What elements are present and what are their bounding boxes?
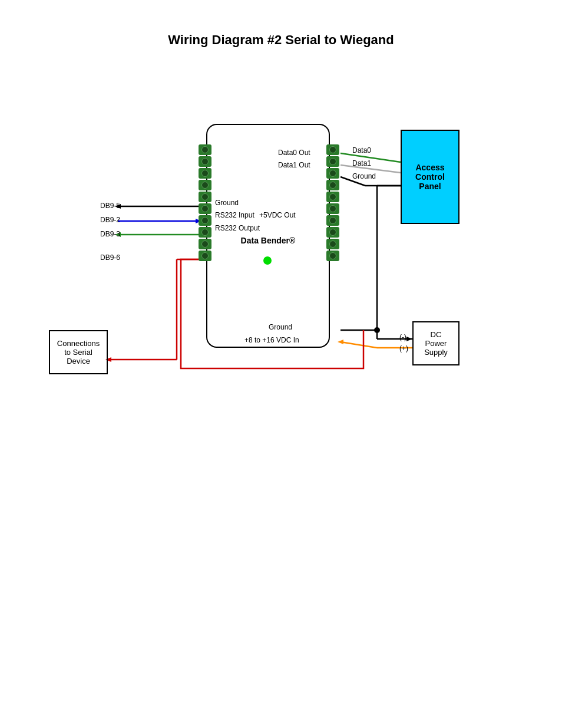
svg-point-26 <box>374 327 380 333</box>
terminal-right-10 <box>326 251 339 261</box>
svg-marker-13 <box>338 340 343 344</box>
vdc-in-label: +8 to +16 VDC In <box>244 336 299 344</box>
svg-marker-10 <box>406 337 412 341</box>
rs232-output-label: RS232 Output <box>215 224 260 232</box>
ground-acp-label: Ground <box>352 172 376 180</box>
ground-left-label: Ground <box>215 199 239 207</box>
plus-label: (+) <box>399 344 408 353</box>
access-panel-label: Access Control Panel <box>415 163 445 191</box>
db9-2-label: DB9-2 <box>100 216 120 224</box>
terminal-right-2 <box>326 156 339 167</box>
terminal-left-5 <box>199 192 211 202</box>
data1-out-label: Data1 Out <box>278 161 310 169</box>
terminal-right-6 <box>326 203 339 214</box>
device-label: Data Bender® <box>206 236 330 245</box>
db9-6-label: DB9-6 <box>100 253 120 262</box>
db9-5-label: DB9-5 <box>100 202 120 210</box>
terminal-left-2 <box>199 156 211 167</box>
terminal-right-3 <box>326 168 339 179</box>
data0-out-label: Data0 Out <box>278 149 310 157</box>
data0-label: Data0 <box>352 146 371 154</box>
terminal-right-7 <box>326 215 339 226</box>
data1-label: Data1 <box>352 159 371 167</box>
terminal-left-3 <box>199 168 211 179</box>
serial-device-label: Connections to Serial Device <box>57 339 100 365</box>
green-led <box>263 256 272 265</box>
serial-device-box: Connections to Serial Device <box>49 330 108 374</box>
minus-label: (-) <box>399 333 406 341</box>
terminal-right-5 <box>326 192 339 202</box>
page-title: Wiring Diagram #2 Serial to Wiegand <box>0 0 562 48</box>
svg-line-12 <box>340 342 377 348</box>
terminal-left-10 <box>199 251 211 261</box>
db9-3-label: DB9-3 <box>100 230 120 238</box>
plus5vdc-out-label: +5VDC Out <box>259 211 296 219</box>
power-supply-box: DC Power Supply <box>412 321 459 365</box>
terminal-left-4 <box>199 180 211 190</box>
ground-lower-label: Ground <box>269 323 292 331</box>
terminal-left-1 <box>199 144 211 155</box>
terminal-right-1 <box>326 144 339 155</box>
terminal-right-4 <box>326 180 339 190</box>
terminal-left-7 <box>199 215 211 226</box>
power-supply-label: DC Power Supply <box>424 330 448 357</box>
terminal-left-6 <box>199 203 211 214</box>
access-control-panel: Access Control Panel <box>401 130 459 224</box>
rs232-input-label: RS232 Input <box>215 211 254 219</box>
